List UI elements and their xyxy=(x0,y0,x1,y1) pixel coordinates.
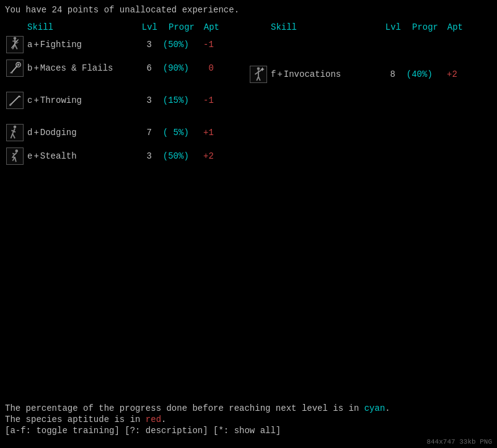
skill-lvl-invocations: 8 xyxy=(371,69,395,79)
skill-row-fighting[interactable]: a + Fighting 3 (50%) -1 xyxy=(5,35,248,55)
skill-name-invocations: Invocations xyxy=(284,69,371,79)
aptitude-info-line: The species aptitude is in red. xyxy=(5,415,390,424)
skill-progr-throwing: (15%) xyxy=(152,95,189,105)
header-lvl-right: Lvl xyxy=(376,22,401,32)
header-progr-right: Progr xyxy=(401,22,438,32)
header-apt-left: Apt xyxy=(195,22,219,32)
skill-name-stealth: Stealth xyxy=(40,151,127,161)
skill-plus-fighting: + xyxy=(33,40,38,50)
skill-key-invocations: f xyxy=(271,69,276,79)
throwing-icon xyxy=(5,90,25,110)
header-row-left: Skill Lvl Progr Apt xyxy=(5,22,248,32)
skill-plus-throwing: + xyxy=(33,95,38,105)
skill-progr-invocations: (40%) xyxy=(395,69,433,79)
right-col-spacer xyxy=(248,35,492,64)
aptitude-info-highlight: red xyxy=(146,415,161,424)
spacer-1 xyxy=(5,82,248,90)
svg-point-27 xyxy=(257,67,260,70)
skill-name-dodging: Dodging xyxy=(40,128,127,138)
skill-lvl-throwing: 3 xyxy=(127,95,152,105)
skill-key-throwing: c xyxy=(27,95,32,105)
skill-plus-dodging: + xyxy=(33,128,38,138)
header-progr-left: Progr xyxy=(157,22,195,32)
skill-apt-invocations: +2 xyxy=(433,69,457,79)
header-apt-right: Apt xyxy=(438,22,463,32)
maces-icon xyxy=(5,58,25,78)
svg-point-18 xyxy=(14,125,17,128)
unallocated-points-info: You have 24 points of unallocated experi… xyxy=(5,5,492,15)
skill-progr-maces: (90%) xyxy=(152,63,189,73)
skills-column-right: Skill Lvl Progr Apt xyxy=(248,22,492,170)
skill-progr-fighting: (50%) xyxy=(152,40,189,50)
invocations-icon xyxy=(248,64,268,84)
dodging-icon xyxy=(5,123,25,143)
skill-name-maces: Maces & Flails xyxy=(40,63,127,73)
spacer-2 xyxy=(5,114,248,123)
skill-key-dodging: d xyxy=(27,128,32,138)
skill-row-invocations[interactable]: f + Invocations 8 (40%) +2 xyxy=(248,64,492,84)
progress-info-line: The percentage of the progress done befo… xyxy=(5,403,390,413)
skill-lvl-maces: 6 xyxy=(127,63,152,73)
main-screen: You have 24 points of unallocated experi… xyxy=(0,0,497,170)
bottom-section: The percentage of the progress done befo… xyxy=(5,403,390,436)
progress-info-prefix: The percentage of the progress done befo… xyxy=(5,403,364,413)
skill-plus-invocations: + xyxy=(277,69,282,79)
skill-apt-maces: 0 xyxy=(189,63,214,73)
stealth-icon xyxy=(5,146,25,166)
skill-plus-maces: + xyxy=(33,63,38,73)
fighting-icon xyxy=(5,35,25,55)
skill-key-stealth: e xyxy=(27,151,32,161)
progress-info-suffix: . xyxy=(385,403,390,413)
header-row-right: Skill Lvl Progr Apt xyxy=(248,22,492,32)
skill-progr-stealth: (50%) xyxy=(152,151,189,161)
skill-apt-fighting: -1 xyxy=(189,40,214,50)
skill-lvl-fighting: 3 xyxy=(127,40,152,50)
skill-name-fighting: Fighting xyxy=(40,40,127,50)
svg-rect-23 xyxy=(7,148,23,164)
header-lvl-left: Lvl xyxy=(133,22,157,32)
image-info: 844x747 33kb PNG xyxy=(426,438,492,446)
svg-point-11 xyxy=(17,64,20,66)
skill-row-maces[interactable]: b + Maces & Flails 6 (90%) 0 xyxy=(5,58,248,78)
skill-apt-dodging: +1 xyxy=(189,128,214,138)
keybinds-line: [a-f: toggle training] [?: description] … xyxy=(5,426,390,436)
skill-apt-throwing: -1 xyxy=(189,95,214,105)
progress-info-highlight: cyan xyxy=(364,403,385,413)
skill-row-stealth[interactable]: e + Stealth 3 (50%) +2 xyxy=(5,146,248,166)
skill-progr-dodging: ( 5%) xyxy=(152,128,189,138)
skill-name-throwing: Throwing xyxy=(40,95,127,105)
skill-lvl-stealth: 3 xyxy=(127,151,152,161)
header-skill-left: Skill xyxy=(27,22,133,32)
skill-row-dodging[interactable]: d + Dodging 7 ( 5%) +1 xyxy=(5,123,248,143)
skill-lvl-dodging: 7 xyxy=(127,128,152,138)
skills-column-left: Skill Lvl Progr Apt xyxy=(5,22,248,170)
svg-point-24 xyxy=(15,149,18,152)
skill-key-fighting: a xyxy=(27,40,32,50)
skills-container: Skill Lvl Progr Apt xyxy=(5,22,492,170)
svg-line-16 xyxy=(10,104,12,106)
skill-key-maces: b xyxy=(27,63,32,73)
svg-point-5 xyxy=(14,37,17,40)
skill-apt-stealth: +2 xyxy=(189,151,214,161)
skill-plus-stealth: + xyxy=(33,151,38,161)
aptitude-info-prefix: The species aptitude is in xyxy=(5,415,146,424)
header-skill-right: Skill xyxy=(271,22,376,32)
skill-row-throwing[interactable]: c + Throwing 3 (15%) -1 xyxy=(5,90,248,110)
aptitude-info-suffix: . xyxy=(161,415,166,424)
